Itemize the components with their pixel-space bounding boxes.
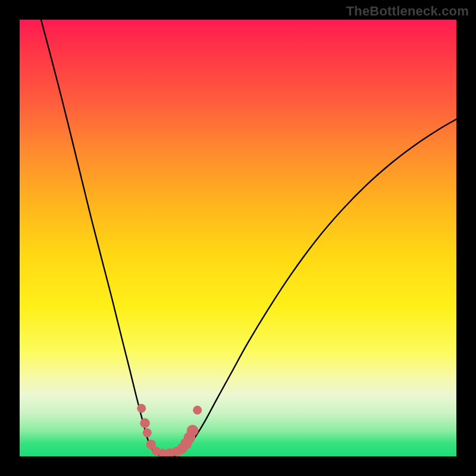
datapoint xyxy=(140,418,150,428)
datapoint-group xyxy=(137,404,202,456)
watermark-text: TheBottleneck.com xyxy=(346,4,469,19)
chart-stage: TheBottleneck.com xyxy=(0,0,476,476)
plot-area xyxy=(20,20,456,456)
bottleneck-curve xyxy=(41,20,456,456)
datapoint xyxy=(187,425,199,437)
datapoint xyxy=(193,406,202,415)
datapoint xyxy=(137,404,146,413)
datapoint xyxy=(143,428,152,437)
curve-layer xyxy=(20,20,456,456)
